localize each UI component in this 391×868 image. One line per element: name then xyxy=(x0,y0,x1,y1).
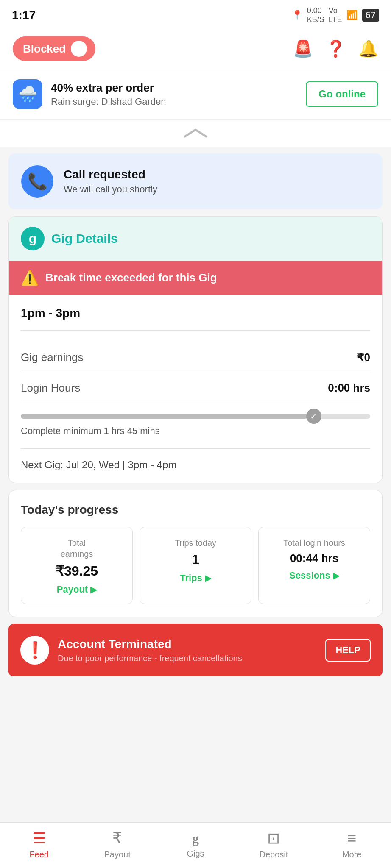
login-hours-label: Login Hours xyxy=(21,381,80,395)
bottom-nav: ☰ Feed ₹ Payout g Gigs ⊡ Deposit ≡ More xyxy=(0,822,391,868)
trips-today-label: Trips today xyxy=(175,537,216,548)
gig-earnings-label: Gig earnings xyxy=(21,351,83,364)
nav-feed[interactable]: ☰ Feed xyxy=(14,829,64,860)
bell-icon[interactable]: 🔔 xyxy=(358,39,378,58)
status-right: 📍 0.00KB/S VoLTE 📶 67 xyxy=(291,6,379,24)
help-button[interactable]: HELP xyxy=(325,639,371,662)
rain-subtitle: Rain surge: Dilshad Garden xyxy=(51,96,297,107)
gigs-icon: g xyxy=(192,831,199,846)
gigs-label: Gigs xyxy=(187,849,204,859)
nav-gigs[interactable]: g Gigs xyxy=(170,831,221,859)
payout-icon: ₹ xyxy=(112,829,122,847)
gig-earnings-row: Gig earnings ₹0 xyxy=(21,342,370,373)
progress-bar-fill xyxy=(21,414,307,419)
login-hours-row: Login Hours 0:00 hrs xyxy=(21,373,370,403)
sessions-arrow-icon: ▶ xyxy=(333,570,339,581)
toggle-circle[interactable] xyxy=(71,41,87,57)
terminated-subtitle: Due to poor performance - frequent cance… xyxy=(58,654,317,663)
status-bar: 1:17 📍 0.00KB/S VoLTE 📶 67 xyxy=(0,0,391,29)
feed-icon: ☰ xyxy=(32,829,46,847)
trips-today-stat: Trips today 1 Trips ▶ xyxy=(140,527,251,604)
terminated-title: Account Terminated xyxy=(58,637,317,651)
progress-section: ✓ Complete minimum 1 hrs 45 mins xyxy=(21,414,370,437)
help-icon[interactable]: ❓ xyxy=(326,39,346,58)
go-online-button[interactable]: Go online xyxy=(306,81,378,107)
terminated-text: Account Terminated Due to poor performan… xyxy=(58,637,317,663)
battery-icon: 67 xyxy=(362,9,379,22)
terminated-icon: ❗ xyxy=(20,636,49,665)
call-title: Call requested xyxy=(64,168,157,181)
phone-icon: 📞 xyxy=(21,165,53,198)
status-time: 1:17 xyxy=(12,8,36,22)
nav-more[interactable]: ≡ More xyxy=(327,829,377,860)
alarm-icon[interactable]: 🚨 xyxy=(293,39,313,58)
progress-bar: ✓ xyxy=(21,414,370,419)
deposit-label: Deposit xyxy=(259,850,288,860)
more-label: More xyxy=(342,850,362,860)
progress-hint: Complete minimum 1 hrs 45 mins xyxy=(21,426,370,437)
location-status-icon: 📍 xyxy=(291,10,303,21)
sessions-link[interactable]: Sessions ▶ xyxy=(289,570,339,581)
total-earnings-stat: Totalearnings ₹39.25 Payout ▶ xyxy=(21,527,133,604)
signal-icon: 📶 xyxy=(346,10,358,21)
chevron-up-icon xyxy=(183,127,208,139)
gig-earnings-value: ₹0 xyxy=(357,351,370,364)
progress-card-title: Today's progress xyxy=(21,503,370,517)
login-hours-value: 0:00 hrs xyxy=(328,381,370,395)
rain-cloud-icon: 🌧️ xyxy=(18,85,37,103)
progress-stats: Totalearnings ₹39.25 Payout ▶ Trips toda… xyxy=(21,527,370,604)
call-subtitle: We will call you shortly xyxy=(64,184,157,195)
gig-time-slot: 1pm - 3pm xyxy=(21,306,370,331)
warning-icon: ⚠️ xyxy=(21,269,39,286)
total-login-hours-label: Total login hours xyxy=(283,537,345,548)
rain-text: 40% extra per order Rain surge: Dilshad … xyxy=(51,81,297,107)
network-type-icon: VoLTE xyxy=(329,6,342,24)
gig-header: g Gig Details xyxy=(9,217,382,261)
trips-today-value: 1 xyxy=(192,552,199,568)
nav-payout[interactable]: ₹ Payout xyxy=(92,829,143,860)
gig-body: 1pm - 3pm Gig earnings ₹0 Login Hours 0:… xyxy=(9,295,382,483)
network-info: 0.00KB/S xyxy=(307,6,324,24)
progress-check-icon: ✓ xyxy=(306,409,321,424)
total-login-hours-stat: Total login hours 00:44 hrs Sessions ▶ xyxy=(258,527,370,604)
gig-icon: g xyxy=(21,227,45,250)
payout-nav-label: Payout xyxy=(104,850,130,860)
gig-details-card: g Gig Details ⚠️ Break time exceeded for… xyxy=(8,216,383,483)
trips-arrow-icon: ▶ xyxy=(205,573,211,583)
top-bar: Blocked 🚨 ❓ 🔔 xyxy=(0,29,391,69)
next-gig: Next Gig: Jul 20, Wed | 3pm - 4pm xyxy=(21,448,370,471)
break-warning-text: Break time exceeded for this Gig xyxy=(45,271,217,284)
payout-arrow-icon: ▶ xyxy=(90,584,97,595)
total-earnings-label: Totalearnings xyxy=(61,537,93,559)
total-login-hours-value: 00:44 hrs xyxy=(290,552,338,565)
blocked-label: Blocked xyxy=(23,42,66,56)
feed-label: Feed xyxy=(29,850,49,860)
more-icon: ≡ xyxy=(347,829,356,847)
blocked-toggle[interactable]: Blocked xyxy=(13,36,95,61)
rain-banner: 🌧️ 40% extra per order Rain surge: Dilsh… xyxy=(0,69,391,120)
exclamation-icon: ❗ xyxy=(25,641,45,659)
todays-progress-card: Today's progress Totalearnings ₹39.25 Pa… xyxy=(8,490,383,617)
payout-link[interactable]: Payout ▶ xyxy=(57,584,97,595)
gig-title: Gig Details xyxy=(51,231,118,246)
break-exceeded-banner: ⚠️ Break time exceeded for this Gig xyxy=(9,261,382,295)
nav-deposit[interactable]: ⊡ Deposit xyxy=(248,829,299,860)
top-icons: 🚨 ❓ 🔔 xyxy=(293,39,378,58)
deposit-icon: ⊡ xyxy=(267,829,280,847)
call-info: Call requested We will call you shortly xyxy=(64,168,157,195)
trips-link[interactable]: Trips ▶ xyxy=(180,573,211,584)
chevron-divider xyxy=(0,120,391,147)
rain-title: 40% extra per order xyxy=(51,81,297,95)
rain-icon: 🌧️ xyxy=(13,79,42,109)
total-earnings-value: ₹39.25 xyxy=(56,563,98,579)
account-terminated-banner: ❗ Account Terminated Due to poor perform… xyxy=(8,624,383,676)
call-requested-card: 📞 Call requested We will call you shortl… xyxy=(8,153,383,209)
